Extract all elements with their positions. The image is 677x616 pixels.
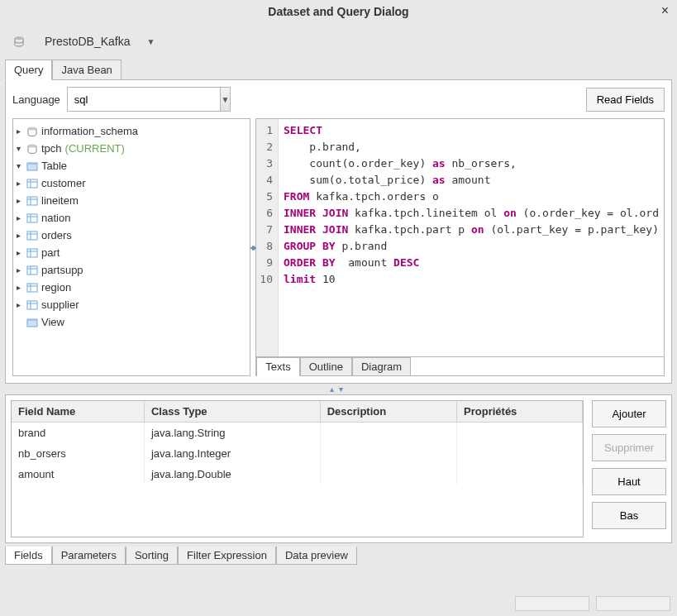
table-icon <box>26 265 38 275</box>
tree-node-label: View <box>41 316 64 328</box>
move-up-button[interactable]: Haut <box>592 468 666 495</box>
table-icon <box>26 179 38 189</box>
table-cell <box>320 443 456 464</box>
connection-name: PrestoDB_Kafka <box>45 35 131 48</box>
tree-node-label: information_schema <box>41 125 138 137</box>
svg-rect-8 <box>27 197 37 205</box>
bottom-tabs: FieldsParametersSortingFilter Expression… <box>5 547 672 565</box>
fields-table-wrap: Field NameClass TypeDescriptionPropriété… <box>11 400 584 537</box>
bottom-tab-filter-expression[interactable]: Filter Expression <box>178 547 276 565</box>
splitter-handle[interactable]: ◂▸ <box>250 241 255 253</box>
expand-icon[interactable]: ▸ <box>13 283 23 292</box>
expand-icon[interactable]: ▸ <box>13 196 23 205</box>
query-panel: Language ▼ Read Fields ▸information_sche… <box>5 79 672 384</box>
bottom-tab-sorting[interactable]: Sorting <box>126 547 178 565</box>
svg-rect-23 <box>27 284 37 292</box>
expand-icon[interactable]: ▸ <box>13 231 23 240</box>
sql-code[interactable]: SELECT p.brand, count(o.order_key) as nb… <box>279 119 664 356</box>
top-tabs: QueryJava Bean <box>0 60 677 80</box>
table-icon <box>26 283 38 293</box>
language-input[interactable] <box>68 88 220 111</box>
collapse-icon[interactable]: ▾ <box>13 161 23 170</box>
expand-icon[interactable]: ▸ <box>13 179 23 188</box>
connection-row: PrestoDB_Kafka ▼ <box>0 23 677 60</box>
tree-node[interactable]: ▸lineitem <box>13 194 245 207</box>
svg-rect-5 <box>27 179 37 188</box>
vertical-collapse-handle[interactable]: ▴▾ <box>0 384 677 394</box>
db-icon <box>26 144 38 154</box>
expand-icon[interactable]: ▸ <box>13 265 23 275</box>
tree-node[interactable]: ▸nation <box>13 212 245 224</box>
language-combo-button[interactable]: ▼ <box>220 88 230 111</box>
tree-node[interactable]: ▸region <box>13 281 245 294</box>
sql-editor[interactable]: 12345678910 SELECT p.brand, count(o.orde… <box>256 119 664 356</box>
tree-node-label: orders <box>41 229 72 241</box>
fields-buttons: Ajouter Supprimer Haut Bas <box>592 400 666 537</box>
tree-node[interactable]: View <box>13 316 245 328</box>
collapse-icon[interactable]: ▾ <box>13 144 23 153</box>
table-icon <box>26 248 38 258</box>
tab-java-bean[interactable]: Java Bean <box>52 60 121 80</box>
tree-node[interactable]: ▸partsupp <box>13 264 245 276</box>
window-title: Dataset and Query Dialog <box>268 5 408 18</box>
db-icon <box>26 127 38 136</box>
remove-field-button[interactable]: Supprimer <box>592 434 666 461</box>
editor-tab-texts[interactable]: Texts <box>256 357 299 376</box>
close-icon[interactable]: × <box>661 3 669 18</box>
dialog-footer <box>0 565 677 616</box>
connection-dropdown[interactable]: PrestoDB_Kafka ▼ <box>45 35 155 48</box>
table-cell <box>320 464 456 485</box>
column-header[interactable]: Propriétés <box>457 401 583 423</box>
svg-rect-17 <box>27 249 37 257</box>
tree-node[interactable]: ▸orders <box>13 229 245 241</box>
bottom-tab-fields[interactable]: Fields <box>5 547 52 565</box>
fields-panel: Field NameClass TypeDescriptionPropriété… <box>5 394 672 543</box>
tree-node[interactable]: ▾Table <box>13 160 245 172</box>
editor-tab-diagram[interactable]: Diagram <box>352 357 411 376</box>
chevron-down-icon: ▼ <box>221 95 229 104</box>
tree-node-label: supplier <box>41 298 79 311</box>
language-combo[interactable]: ▼ <box>67 87 231 112</box>
tree-node[interactable]: ▸supplier <box>13 298 245 311</box>
svg-point-2 <box>28 144 36 147</box>
tree-node[interactable]: ▸information_schema <box>13 125 245 137</box>
footer-button-2[interactable] <box>596 596 670 611</box>
read-fields-button[interactable]: Read Fields <box>586 88 665 112</box>
table-icon <box>26 231 38 241</box>
bottom-tab-data-preview[interactable]: Data preview <box>276 547 357 565</box>
bottom-tab-parameters[interactable]: Parameters <box>52 547 126 565</box>
fields-table[interactable]: Field NameClass TypeDescriptionPropriété… <box>12 401 583 485</box>
expand-icon[interactable]: ▸ <box>13 300 23 309</box>
editor-tab-outline[interactable]: Outline <box>300 357 352 376</box>
tree-node-label: part <box>41 246 60 259</box>
table-row[interactable]: nb_orsersjava.lang.Integer <box>12 443 583 464</box>
title-bar: Dataset and Query Dialog × <box>0 0 677 23</box>
expand-icon[interactable]: ▸ <box>13 127 23 136</box>
svg-rect-30 <box>27 319 37 321</box>
tree-node[interactable]: ▾tpch (CURRENT) <box>13 142 245 155</box>
table-icon <box>26 196 38 206</box>
add-field-button[interactable]: Ajouter <box>592 400 666 427</box>
tab-query[interactable]: Query <box>5 60 52 80</box>
expand-icon[interactable]: ▸ <box>13 213 23 222</box>
svg-rect-4 <box>27 163 37 165</box>
tree-node-label: region <box>41 281 71 294</box>
column-header[interactable]: Description <box>320 401 456 423</box>
svg-rect-20 <box>27 266 37 275</box>
column-header[interactable]: Class Type <box>144 401 320 423</box>
column-header[interactable]: Field Name <box>12 401 144 423</box>
folder-icon <box>26 161 38 171</box>
footer-button-1[interactable] <box>515 596 589 611</box>
tree-node[interactable]: ▸customer <box>13 177 245 189</box>
table-cell <box>457 423 583 444</box>
table-cell: brand <box>12 423 144 444</box>
schema-tree[interactable]: ▸information_schema▾tpch (CURRENT)▾Table… <box>12 118 250 376</box>
table-row[interactable]: brandjava.lang.String <box>12 423 583 444</box>
tree-node-label: Table <box>41 160 67 172</box>
table-cell <box>457 464 583 485</box>
table-row[interactable]: amountjava.lang.Double <box>12 464 583 485</box>
expand-icon[interactable]: ▸ <box>13 248 23 257</box>
editor-tabs: TextsOutlineDiagram <box>256 356 664 375</box>
move-down-button[interactable]: Bas <box>592 502 666 529</box>
tree-node[interactable]: ▸part <box>13 246 245 259</box>
